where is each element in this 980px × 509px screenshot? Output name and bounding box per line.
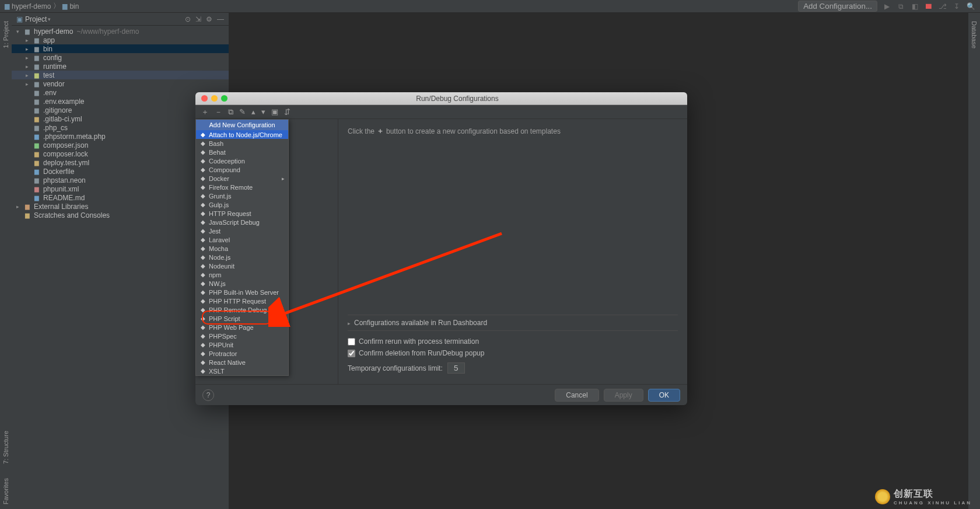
- edit-config-icon[interactable]: ✎: [239, 107, 246, 116]
- config-type-item[interactable]: ◆Gulp.js: [196, 200, 288, 209]
- tree-arrow-icon[interactable]: [26, 46, 32, 52]
- confirm-delete-checkbox[interactable]: Confirm deletion from Run/Debug popup: [348, 347, 678, 359]
- tree-row[interactable]: ▆ runtime: [12, 62, 229, 71]
- search-icon[interactable]: 🔍: [966, 2, 975, 11]
- window-controls[interactable]: [195, 95, 228, 102]
- config-type-item[interactable]: ◆Docker▸: [196, 174, 288, 183]
- config-type-item[interactable]: ◆Grunt.js: [196, 191, 288, 200]
- config-type-item[interactable]: ◆JavaScript Debug: [196, 218, 288, 226]
- tree-arrow-icon[interactable]: [26, 81, 32, 87]
- hide-icon[interactable]: —: [217, 15, 224, 23]
- config-icon: ◆: [200, 298, 206, 304]
- dropdown-header: Add New Configuration: [196, 120, 288, 130]
- remove-config-icon[interactable]: －: [215, 107, 222, 117]
- breadcrumb-root[interactable]: hyperf-demo: [12, 2, 51, 11]
- config-type-item[interactable]: ◆React Native: [196, 358, 288, 367]
- chevron-down-icon[interactable]: ▾: [48, 16, 51, 22]
- config-type-item[interactable]: ◆PHP HTTP Request: [196, 297, 288, 305]
- config-type-item[interactable]: ◆PHP Web Page: [196, 323, 288, 332]
- breadcrumb[interactable]: ▆ hyperf-demo 〉 ▆ bin: [5, 1, 79, 11]
- tab-structure[interactable]: 7: Structure: [1, 426, 10, 469]
- tree-arrow-icon[interactable]: [16, 204, 22, 210]
- tree-row[interactable]: ▆ bin: [12, 44, 229, 53]
- config-type-item[interactable]: ◆Compound: [196, 165, 288, 174]
- apply-button[interactable]: Apply: [604, 389, 643, 402]
- tree-label: composer.lock: [43, 150, 88, 158]
- config-type-item[interactable]: ◆Bash: [196, 139, 288, 148]
- panel-title[interactable]: Project: [25, 15, 47, 23]
- update-icon[interactable]: ↧: [952, 2, 961, 11]
- config-type-item[interactable]: ◆PHP Remote Debug: [196, 305, 288, 314]
- config-type-item[interactable]: ◆PHP Built-in Web Server: [196, 288, 288, 297]
- config-type-item[interactable]: ◆Firefox Remote: [196, 183, 288, 191]
- config-icon: ◆: [200, 341, 206, 348]
- add-config-icon[interactable]: ＋: [201, 107, 209, 117]
- dialog-footer: ? Cancel Apply OK: [195, 384, 687, 405]
- breadcrumb-child[interactable]: bin: [69, 2, 79, 11]
- config-icon: ◆: [200, 228, 206, 234]
- tree-label: hyperf-demo: [34, 27, 73, 36]
- config-icon: ◆: [200, 315, 206, 322]
- tree-arrow-icon[interactable]: [26, 72, 32, 78]
- ok-button[interactable]: OK: [648, 389, 680, 402]
- config-type-item[interactable]: ◆Nodeunit: [196, 262, 288, 270]
- config-icon: ◆: [200, 280, 206, 287]
- dialog-titlebar[interactable]: Run/Debug Configurations: [195, 92, 687, 105]
- config-type-item[interactable]: ◆npm: [196, 270, 288, 279]
- cancel-button[interactable]: Cancel: [555, 389, 598, 402]
- tree-arrow-icon[interactable]: [16, 29, 22, 34]
- stop-icon[interactable]: ⯀: [924, 2, 933, 11]
- tree-row[interactable]: ▆ vendor: [12, 79, 229, 88]
- config-type-item[interactable]: ◆XSLT: [196, 367, 288, 375]
- help-icon[interactable]: ?: [202, 389, 214, 401]
- minimize-window-icon[interactable]: [211, 95, 218, 102]
- limit-input[interactable]: [447, 362, 465, 374]
- file-icon: ▆: [33, 150, 41, 158]
- down-icon[interactable]: ▾: [261, 107, 265, 116]
- settings-icon[interactable]: ⚙: [206, 15, 212, 23]
- config-type-item[interactable]: ◆Attach to Node.js/Chrome: [196, 130, 288, 139]
- config-type-item[interactable]: ◆Node.js: [196, 253, 288, 262]
- tree-row[interactable]: ▆ config: [12, 53, 229, 62]
- expand-icon[interactable]: ⇵: [284, 107, 290, 116]
- dashboard-section[interactable]: Configurations available in Run Dashboar…: [348, 315, 678, 331]
- config-type-item[interactable]: ◆PHP Script: [196, 314, 288, 323]
- locate-icon[interactable]: ⊙: [185, 15, 191, 23]
- config-type-item[interactable]: ◆Protractor: [196, 349, 288, 358]
- config-type-item[interactable]: ◆Behat: [196, 148, 288, 156]
- breadcrumb-sep: 〉: [53, 1, 60, 11]
- tree-row[interactable]: ▆ test: [12, 71, 229, 79]
- tree-arrow-icon[interactable]: [26, 64, 32, 69]
- config-type-item[interactable]: ◆Laravel: [196, 235, 288, 244]
- copy-config-icon[interactable]: ⧉: [228, 107, 233, 117]
- config-icon: ◆: [200, 219, 206, 225]
- config-type-item[interactable]: ◆NW.js: [196, 279, 288, 288]
- debug-icon[interactable]: ⧉: [896, 2, 905, 11]
- tree-label: phpunit.xml: [43, 185, 79, 193]
- close-window-icon[interactable]: [201, 95, 208, 102]
- coverage-icon[interactable]: ◧: [910, 2, 919, 11]
- config-type-item[interactable]: ◆PHPSpec: [196, 332, 288, 340]
- config-type-item[interactable]: ◆HTTP Request: [196, 209, 288, 218]
- run-icon[interactable]: ▶: [882, 2, 891, 11]
- file-icon: ▆: [33, 176, 41, 184]
- tree-row[interactable]: ▆ hyperf-demo~/www/hyperf-demo: [12, 27, 229, 36]
- add-configuration-button[interactable]: Add Configuration...: [798, 1, 877, 12]
- tree-arrow-icon[interactable]: [26, 55, 32, 61]
- up-icon[interactable]: ▴: [251, 107, 256, 116]
- git-icon[interactable]: ⎇: [938, 2, 947, 11]
- add-config-dropdown[interactable]: Add New Configuration◆Attach to Node.js/…: [195, 119, 289, 376]
- config-type-item[interactable]: ◆PHPUnit: [196, 340, 288, 349]
- tree-row[interactable]: ▆ app: [12, 36, 229, 44]
- config-type-item[interactable]: ◆Jest: [196, 226, 288, 235]
- tab-project[interactable]: 1: Project: [1, 16, 10, 53]
- zoom-window-icon[interactable]: [221, 95, 228, 102]
- tree-arrow-icon[interactable]: [26, 37, 32, 43]
- confirm-rerun-checkbox[interactable]: Confirm rerun with process termination: [348, 336, 678, 347]
- tab-database[interactable]: Database: [970, 16, 979, 53]
- folder-icon[interactable]: ▣: [271, 107, 278, 116]
- tab-favorites[interactable]: Favorites: [1, 473, 10, 509]
- collapse-icon[interactable]: ⇲: [195, 15, 201, 23]
- config-type-item[interactable]: ◆Codeception: [196, 156, 288, 165]
- config-type-item[interactable]: ◆Mocha: [196, 244, 288, 253]
